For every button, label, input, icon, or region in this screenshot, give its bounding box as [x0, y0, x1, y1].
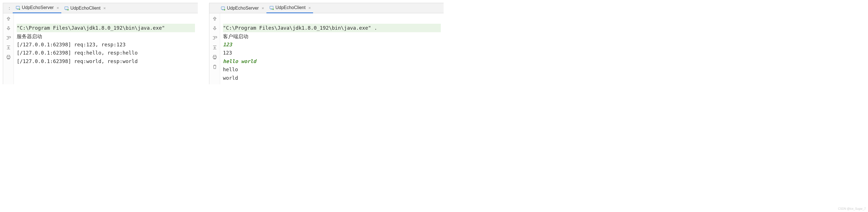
run-config-icon: [16, 5, 20, 10]
run-config-icon: [269, 5, 274, 10]
console-input-line: 123: [223, 41, 232, 48]
trash-icon[interactable]: [212, 64, 218, 70]
print-icon[interactable]: [5, 54, 11, 60]
console-line: [/127.0.0.1:62398] req:123, resp:123: [17, 41, 125, 48]
gutter-toolbar: [3, 13, 14, 84]
tab-bar: : UdpEchoServer × UdpEchoClient ×: [3, 3, 198, 13]
tab-udpechoclient[interactable]: UdpEchoClient ×: [61, 3, 108, 13]
tab-label: UdpEchoClient: [70, 6, 101, 11]
console-line: hello: [223, 66, 238, 72]
tab-udpechoclient[interactable]: UdpEchoClient ×: [267, 3, 313, 13]
console-line: world: [223, 75, 238, 81]
console-line: 客户端启动: [223, 33, 248, 39]
console-output[interactable]: "C:\Program Files\Java\jdk1.8.0_192\bin\…: [14, 13, 198, 84]
print-icon[interactable]: [212, 54, 218, 60]
prefix-colon: :: [9, 6, 10, 10]
tab-bar: UdpEchoServer × UdpEchoClient ×: [209, 3, 444, 13]
close-icon[interactable]: ×: [261, 6, 264, 10]
tab-udpechoserver[interactable]: UdpEchoServer ×: [218, 3, 267, 13]
console-input-line: hello world: [223, 58, 256, 64]
console-line: "C:\Program Files\Java\jdk1.8.0_192\bin\…: [17, 24, 195, 32]
close-icon[interactable]: ×: [57, 5, 59, 10]
arrow-down-icon[interactable]: [5, 25, 11, 31]
close-icon[interactable]: ×: [308, 5, 311, 10]
close-icon[interactable]: ×: [103, 6, 106, 10]
console-line: "C:\Program Files\Java\jdk1.8.0_192\bin\…: [223, 24, 441, 32]
arrow-up-icon[interactable]: [212, 16, 218, 22]
tab-udpechoserver[interactable]: UdpEchoServer ×: [13, 3, 61, 13]
tab-label: UdpEchoServer: [22, 5, 54, 10]
soft-wrap-icon[interactable]: [212, 35, 218, 41]
tab-label: UdpEchoServer: [227, 6, 259, 11]
server-console-panel: : UdpEchoServer × UdpEchoClient × "C: [3, 3, 198, 84]
client-console-panel: UdpEchoServer × UdpEchoClient × "C:\Prog…: [209, 3, 444, 84]
tab-label: UdpEchoClient: [276, 5, 306, 10]
run-config-icon: [64, 6, 69, 10]
console-body: "C:\Program Files\Java\jdk1.8.0_192\bin\…: [209, 13, 444, 84]
soft-wrap-icon[interactable]: [5, 35, 11, 41]
arrow-up-icon[interactable]: [5, 16, 11, 22]
console-line: 服务器启动: [17, 33, 42, 39]
console-line: 123: [223, 50, 232, 56]
console-line: [/127.0.0.1:62398] req:world, resp:world: [17, 58, 137, 64]
gutter-toolbar: [209, 13, 220, 84]
console-output[interactable]: "C:\Program Files\Java\jdk1.8.0_192\bin\…: [220, 13, 444, 84]
run-config-icon: [221, 6, 225, 10]
arrow-down-icon[interactable]: [212, 25, 218, 31]
scroll-to-end-icon[interactable]: [212, 44, 218, 51]
console-body: "C:\Program Files\Java\jdk1.8.0_192\bin\…: [3, 13, 198, 84]
scroll-to-end-icon[interactable]: [5, 44, 11, 51]
console-line: [/127.0.0.1:62398] req:hello, resp:hello: [17, 50, 137, 56]
